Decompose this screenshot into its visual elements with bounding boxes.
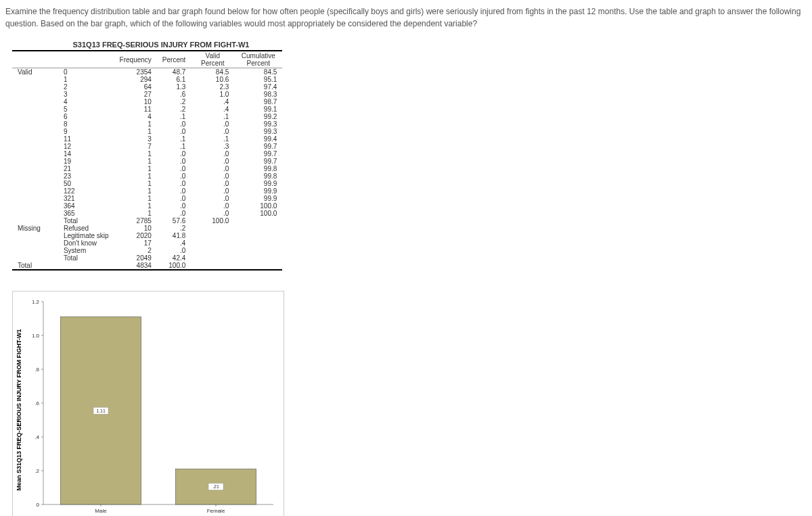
table-row: 3641.0.0100.0 — [12, 202, 282, 210]
table-row: 64.1.199.2 — [12, 113, 282, 120]
svg-text:.2: .2 — [35, 468, 39, 474]
table-row: 141.0.099.7 — [12, 150, 282, 158]
table-row: 12946.110.695.1 — [12, 76, 282, 83]
table-row: Legitimate skip202041.8 — [12, 232, 282, 239]
table-row: 231.0.099.8 — [12, 172, 282, 180]
svg-text:.21: .21 — [212, 484, 219, 489]
table-row: 211.0.099.8 — [12, 165, 282, 172]
th-vpct: Valid Percent — [191, 51, 234, 68]
table-row: 3211.0.099.9 — [12, 195, 282, 202]
table-row: 511.2.499.1 — [12, 105, 282, 113]
table-row: System2.0 — [12, 247, 282, 254]
th-pct: Percent — [157, 51, 191, 68]
svg-text:.8: .8 — [35, 367, 39, 373]
bar-chart: Mean S31Q13 FREQ-SERIOUS INJURY FROM FIG… — [12, 291, 284, 516]
table-row: Total204942.4 — [12, 254, 282, 262]
table-row: MissingRefused10.2 — [12, 225, 282, 232]
y-axis-label: Mean S31Q13 FREQ-SERIOUS INJURY FROM FIG… — [16, 329, 22, 490]
svg-text:Female: Female — [207, 508, 225, 514]
svg-text:.4: .4 — [35, 434, 39, 440]
th-cpct: Cumulative Percent — [234, 51, 282, 68]
table-row: 191.0.099.7 — [12, 158, 282, 165]
question-text: Examine the frequency distribution table… — [5, 5, 807, 30]
svg-text:1.2: 1.2 — [32, 299, 40, 305]
table-title: S31Q13 FREQ-SERIOUS INJURY FROM FIGHT-W1 — [39, 41, 283, 49]
table-row: Total278557.6100.0 — [12, 217, 282, 225]
table-row: 81.0.099.3 — [12, 120, 282, 128]
svg-text:1.11: 1.11 — [96, 408, 106, 413]
table-row: 501.0.099.9 — [12, 180, 282, 187]
svg-text:0: 0 — [37, 502, 40, 508]
table-row: 2641.32.397.4 — [12, 83, 282, 91]
table-row: Valid0235448.784.584.5 — [12, 68, 282, 76]
table-row: 3651.0.0100.0 — [12, 210, 282, 217]
table-row: 327.61.098.3 — [12, 91, 282, 98]
svg-text:.6: .6 — [35, 400, 39, 406]
table-row: 91.0.099.3 — [12, 128, 282, 135]
th-freq: Frequency — [114, 51, 157, 68]
frequency-table: Frequency Percent Valid Percent Cumulati… — [12, 50, 282, 271]
svg-text:Male: Male — [95, 508, 107, 514]
svg-text:1.0: 1.0 — [32, 333, 40, 339]
table-row: 113.1.199.4 — [12, 135, 282, 143]
table-row: 1221.0.099.9 — [12, 187, 282, 195]
table-row: 410.2.498.7 — [12, 98, 282, 105]
table-row: 127.1.399.7 — [12, 143, 282, 150]
table-row: Total4834100.0 — [12, 262, 282, 270]
table-row: Don't know17.4 — [12, 239, 282, 247]
